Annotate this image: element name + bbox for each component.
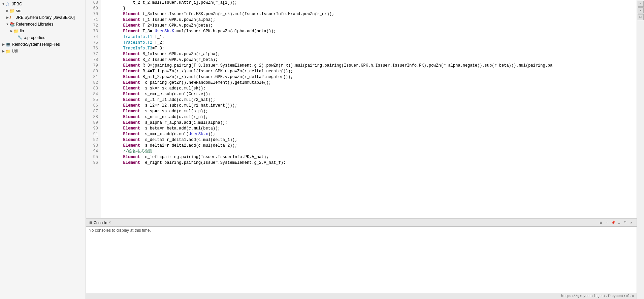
sidebar-item-jpbc[interactable]: ▼ ⬡ JPBC — [0, 1, 86, 7]
line-numbers: 6869707172737475767778798081828384858687… — [86, 0, 101, 218]
line-number: 71 — [87, 17, 98, 23]
line-number: 73 — [87, 29, 98, 34]
arrow-icon: ▶ — [5, 9, 9, 12]
toolbar-btn-1[interactable]: ≡ — [638, 1, 644, 7]
console-btn-2[interactable]: ⬇ — [604, 220, 610, 225]
lib-icon: 📚 — [9, 22, 15, 27]
line-number: 69 — [87, 6, 98, 11]
arrow-icon: ▼ — [5, 23, 9, 26]
console-no-display-text: No consoles to display at this time. — [89, 228, 151, 233]
line-number: 78 — [87, 57, 98, 63]
sidebar-item-src[interactable]: ▶ 📁 src — [0, 7, 86, 14]
project-icon: ⬡ — [5, 2, 11, 6]
code-line: Element R_3=(pairing.pairing(T_3,Issuer.… — [104, 63, 637, 69]
code-line: Element T_1=Issuer.GPK.u.powZn(alpha); — [104, 17, 637, 23]
sidebar-item-label: a.properties — [24, 35, 45, 40]
console-body: No consoles to display at this time. — [86, 227, 637, 293]
code-line: TraceInfo.T3=T_3; — [104, 46, 637, 51]
line-number: 70 — [87, 11, 98, 17]
line-number: 84 — [87, 91, 98, 97]
sidebar-item-label: RemoteSystemsTempFiles — [12, 42, 60, 47]
console-icon: 🖥 — [89, 221, 92, 225]
line-number: 80 — [87, 69, 98, 74]
code-content[interactable]: t_2=t_2.mul(Issuer.HAttr[i].powZn(r_a[i]… — [101, 0, 637, 218]
code-line: Element s_beta=r_beta.add(c.mul(beta)); — [104, 126, 637, 132]
line-number: 89 — [87, 120, 98, 126]
code-line: Element s_sp=r_sp.add(c.mul(s_p)); — [104, 109, 637, 114]
sidebar-item-label: JRE System Library [JavaSE-10] — [16, 15, 75, 20]
code-line: Element s_delta2=r_delta2.add(c.mul(delt… — [104, 143, 637, 149]
sidebar-item-util[interactable]: ▶ 📁 Util — [0, 48, 86, 54]
sidebar-item-lib[interactable]: ▶ 📁 lib — [0, 28, 86, 34]
console-btn-close[interactable]: ✕ — [629, 220, 634, 225]
src-icon: 📁 — [9, 8, 15, 13]
console-status-bar: https://gkeycontingent.fkeycontrol.c — [86, 293, 637, 299]
console-btn-maximize[interactable]: □ — [622, 220, 628, 225]
line-number: 86 — [87, 103, 98, 109]
code-line: Element t_3=Issuer.IssuerInfo.HSK.powZn(… — [104, 11, 637, 17]
code-line: Element T_2=Issuer.GPK.v.powZn(beta); — [104, 23, 637, 29]
code-line: Element e_right=pairing.pairing(Issuer.S… — [104, 160, 637, 166]
code-line: Element s_l2=r_l2.sub(c.mul(r1_hat.inver… — [104, 103, 637, 109]
sidebar-item-reflibs[interactable]: ▼ 📚 Referenced Libraries — [0, 21, 86, 28]
sidebar-item-label: lib — [20, 29, 24, 33]
sidebar-item-label: src — [16, 8, 21, 13]
sidebar-item-jre[interactable]: ▶ J JRE System Library [JavaSE-10] — [0, 14, 86, 21]
folder-icon: 📁 — [5, 49, 11, 53]
right-toolbar: ≡ ↗ □ — [637, 0, 644, 299]
line-number: 75 — [87, 40, 98, 46]
arrow-icon: ▼ — [1, 2, 5, 6]
sidebar-item-label: JPBC — [12, 2, 22, 6]
console-toolbar: ⊟ ⬇ 📌 _ □ ✕ — [598, 220, 634, 225]
code-line: Element R_5=T_2.powZn(r_x).mul(Issuer.GP… — [104, 74, 637, 80]
console-status-text: https://gkeycontingent.fkeycontrol.c — [561, 294, 634, 298]
console-panel: 🖥 Console ✕ ⊟ ⬇ 📌 _ □ ✕ No consoles to d… — [86, 218, 637, 299]
sidebar-item-remotesys[interactable]: ▶ 💻 RemoteSystemsTempFiles — [0, 41, 86, 48]
code-line: Element s_x=r_x.add(c.mul(UserSk.x)); — [104, 132, 637, 137]
console-header: 🖥 Console ✕ ⊟ ⬇ 📌 _ □ ✕ — [86, 219, 637, 227]
line-number: 85 — [87, 97, 98, 103]
code-line: } — [104, 6, 637, 11]
line-number: 83 — [87, 86, 98, 91]
code-line: Element s_l1=r_l1.add(c.mul(r2_hat)); — [104, 97, 637, 103]
line-number: 72 — [87, 23, 98, 29]
console-close-tab[interactable]: ✕ — [108, 221, 111, 224]
console-btn-1[interactable]: ⊟ — [598, 220, 604, 225]
console-btn-pin[interactable]: 📌 — [610, 220, 616, 225]
line-number: 79 — [87, 63, 98, 69]
line-number: 96 — [87, 160, 98, 166]
code-line: Element R_4=T_1.powZn(r_x).mul(Issuer.GP… — [104, 69, 637, 74]
sidebar-item-aprops[interactable]: 🔧 a.properties — [0, 34, 86, 41]
line-number: 76 — [87, 46, 98, 51]
line-number: 95 — [87, 154, 98, 160]
code-line: Element s_e=r_e.sub(c.mul(Cert.e)); — [104, 91, 637, 97]
code-line: Element s_alpha=r_alpha.add(c.mul(alpha)… — [104, 120, 637, 126]
console-btn-minimize[interactable]: _ — [616, 220, 622, 225]
line-number: 81 — [87, 74, 98, 80]
toolbar-btn-2[interactable]: ↗ — [638, 7, 644, 13]
line-number: 87 — [87, 109, 98, 114]
arrow-icon: ▶ — [1, 43, 5, 46]
code-editor[interactable]: 6869707172737475767778798081828384858687… — [86, 0, 637, 218]
jre-icon: J — [9, 15, 15, 20]
toolbar-btn-3[interactable]: □ — [638, 14, 644, 20]
line-number: 94 — [87, 149, 98, 154]
folder-icon: 💻 — [5, 42, 11, 47]
line-number: 93 — [87, 143, 98, 149]
line-number: 77 — [87, 51, 98, 57]
folder-icon: 📁 — [13, 29, 19, 33]
arrow-icon: ▶ — [1, 49, 5, 53]
code-line: TraceInfo.T1=T_1; — [104, 34, 637, 40]
sidebar-item-label: Util — [12, 49, 18, 53]
console-title-label: Console — [94, 221, 107, 225]
code-line: Element e_left=pairing.pairing(Issuer.Is… — [104, 154, 637, 160]
code-line: Element T_3= UserSk.K.mul(Issuer.GPK.h.p… — [104, 29, 637, 34]
code-line: Element R_2=Issuer.GPK.v.powZn(r_beta); — [104, 57, 637, 63]
line-number: 90 — [87, 126, 98, 132]
code-line: Element c=pairing.getZr().newRandomEleme… — [104, 80, 637, 86]
line-number: 92 — [87, 137, 98, 143]
console-title: 🖥 Console ✕ — [89, 221, 111, 225]
line-number: 91 — [87, 132, 98, 137]
arrow-icon: ▶ — [5, 16, 9, 19]
props-icon: 🔧 — [18, 35, 23, 40]
